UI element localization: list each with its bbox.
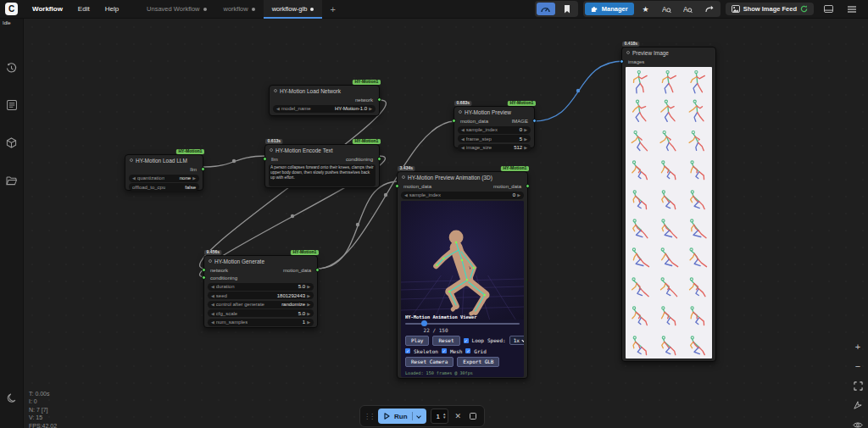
node-hy-motion-generate[interactable]: 9.456s HY-Motion1 HY-Motion Generate net… bbox=[203, 255, 318, 328]
comfyui-logo[interactable]: C bbox=[5, 3, 18, 15]
gpu-monitor-button[interactable] bbox=[537, 3, 555, 15]
3d-viewport[interactable] bbox=[401, 201, 524, 320]
link-dot[interactable] bbox=[232, 159, 236, 163]
node-preview-image[interactable]: 0.418s Preview Image images bbox=[621, 47, 716, 362]
prev-arrow-icon[interactable]: ◀ bbox=[276, 106, 280, 111]
input-port-llm[interactable] bbox=[263, 157, 267, 161]
prev-arrow-icon[interactable]: ◀ bbox=[461, 136, 465, 142]
prev-arrow-icon[interactable]: ◀ bbox=[461, 145, 465, 150]
frame-slider[interactable] bbox=[405, 320, 520, 327]
mesh-checkbox[interactable]: ✓ bbox=[442, 348, 447, 353]
prev-arrow-icon[interactable]: ◀ bbox=[211, 302, 214, 307]
theme-toggle-button[interactable] bbox=[3, 390, 20, 407]
settings-button[interactable] bbox=[3, 424, 20, 428]
output-port-llm[interactable] bbox=[201, 167, 205, 171]
next-arrow-icon[interactable]: ▶ bbox=[524, 136, 527, 142]
node-hy-motion-preview-animation-3d[interactable]: 3.434s HY-Motion1 HY-Motion Preview Anim… bbox=[397, 171, 528, 379]
output-port-conditioning[interactable] bbox=[377, 157, 381, 161]
input-port-conditioning[interactable] bbox=[202, 275, 206, 280]
link-dot[interactable] bbox=[384, 193, 387, 197]
batch-count-input[interactable]: 1 ▲▼ bbox=[431, 409, 449, 424]
collapse-dot[interactable] bbox=[130, 158, 133, 162]
play-button[interactable]: Play bbox=[405, 336, 429, 346]
node-hy-motion-preview[interactable]: 0.683s HY-Motion1 HY-Motion Preview moti… bbox=[453, 106, 535, 148]
node-hy-motion-load-network[interactable]: HY-Motion1 HY-Motion Load Network networ… bbox=[269, 85, 380, 116]
menu-edit[interactable]: Edit bbox=[70, 5, 97, 13]
bottom-panel-toggle-button[interactable] bbox=[819, 3, 837, 15]
link-dot[interactable] bbox=[576, 89, 580, 92]
tab-unsaved-workflow[interactable]: Unsaved Workflow bbox=[138, 0, 214, 19]
next-arrow-icon[interactable]: ▶ bbox=[524, 145, 527, 150]
collapse-dot[interactable] bbox=[402, 175, 405, 179]
skeleton-checkbox[interactable]: ✓ bbox=[405, 348, 410, 353]
prev-arrow-icon[interactable]: ◀ bbox=[211, 320, 214, 325]
menu-help[interactable]: Help bbox=[97, 5, 126, 13]
clear-queue-button[interactable]: ✕ bbox=[453, 412, 463, 420]
fit-view-button[interactable] bbox=[852, 380, 864, 392]
reset-camera-button[interactable]: Reset Camera bbox=[405, 357, 453, 367]
next-arrow-icon[interactable]: ▶ bbox=[369, 106, 372, 111]
prompt-textarea[interactable]: A person collapses forward onto their kn… bbox=[269, 164, 376, 186]
widget-num-samples[interactable]: ◀ num_samples 1 ▶ bbox=[208, 319, 314, 326]
sidebar-item-node-library[interactable] bbox=[3, 134, 20, 151]
sidebar-item-workflows[interactable] bbox=[3, 172, 20, 189]
link-dot[interactable] bbox=[291, 214, 294, 218]
chevron-down-icon[interactable] bbox=[416, 414, 421, 419]
next-arrow-icon[interactable]: ▶ bbox=[307, 320, 310, 325]
widget-duration[interactable]: ◀ duration 5.0 ▶ bbox=[208, 283, 314, 291]
count-steppers[interactable]: ▲▼ bbox=[442, 413, 446, 420]
zoom-out-button[interactable]: − bbox=[852, 360, 864, 372]
menu-workflow[interactable]: Workflow bbox=[25, 5, 70, 13]
new-tab-button[interactable]: + bbox=[322, 4, 342, 14]
share-button[interactable] bbox=[700, 3, 719, 15]
sidebar-item-history[interactable] bbox=[3, 59, 20, 76]
node-hy-motion-load-llm[interactable]: HY-Motion1 HY-Motion Load LLM llm ◀ quan… bbox=[125, 154, 203, 191]
output-port-motion-data[interactable] bbox=[526, 184, 530, 188]
run-button[interactable]: Run bbox=[378, 409, 426, 424]
select-mode-button[interactable] bbox=[852, 399, 864, 411]
input-port-network[interactable] bbox=[202, 268, 206, 272]
custom-nodes-search-button[interactable]: A bbox=[658, 3, 676, 15]
prev-arrow-icon[interactable]: ◀ bbox=[404, 192, 408, 197]
bookmark-button[interactable] bbox=[558, 3, 576, 15]
prev-arrow-icon[interactable]: ◀ bbox=[211, 293, 214, 298]
widget-offload-to-cpu[interactable]: offload_to_cpu false bbox=[129, 183, 199, 191]
prev-arrow-icon[interactable]: ◀ bbox=[461, 127, 465, 132]
models-search-button[interactable]: A bbox=[679, 3, 698, 15]
tab-workflow[interactable]: workflow bbox=[215, 0, 264, 19]
output-port-network[interactable] bbox=[377, 97, 381, 102]
widget-cfg-scale[interactable]: ◀ cfg_scale 5.0 ▶ bbox=[208, 309, 314, 317]
widget-sample-index[interactable]: ◀ sample_index 0 ▶ bbox=[401, 192, 524, 199]
link-dot[interactable] bbox=[356, 223, 359, 226]
widget-image-size[interactable]: ◀ image_size 512 ▶ bbox=[458, 144, 531, 152]
widget-seed[interactable]: ◀ seed 1801292443 ▶ bbox=[208, 292, 314, 299]
widget-frame-step[interactable]: ◀ frame_step 5 ▶ bbox=[458, 135, 531, 142]
favorites-button[interactable]: ★ bbox=[637, 3, 655, 15]
zoom-in-button[interactable]: + bbox=[852, 341, 864, 353]
next-arrow-icon[interactable]: ▶ bbox=[307, 284, 310, 289]
export-glb-button[interactable]: Export GLB bbox=[457, 357, 499, 367]
next-arrow-icon[interactable]: ▶ bbox=[517, 192, 520, 197]
output-port-motion-data[interactable] bbox=[315, 268, 320, 272]
input-port-images[interactable] bbox=[620, 59, 624, 64]
reset-button[interactable]: Reset bbox=[432, 336, 459, 346]
input-port-motion-data[interactable] bbox=[395, 184, 399, 188]
stop-button[interactable] bbox=[470, 413, 476, 420]
widget-model-name[interactable]: ◀ model_name HY-Motion-1.0 ▶ bbox=[273, 105, 376, 113]
manager-button[interactable]: Manager bbox=[585, 3, 634, 15]
drag-handle[interactable]: ⋮⋮ bbox=[364, 413, 374, 420]
widget-sample-index[interactable]: ◀ sample_index 0 ▶ bbox=[458, 126, 531, 134]
next-arrow-icon[interactable]: ▶ bbox=[192, 175, 196, 181]
loop-checkbox[interactable]: ✓ bbox=[464, 338, 469, 343]
menu-toggle-button[interactable] bbox=[843, 3, 861, 15]
node-hy-motion-encode-text[interactable]: 0.613s HY-Motion1 HY-Motion Encode Text … bbox=[264, 144, 380, 188]
show-image-feed-button[interactable]: Show Image Feed bbox=[726, 3, 814, 15]
slider-thumb[interactable] bbox=[421, 320, 427, 326]
next-arrow-icon[interactable]: ▶ bbox=[307, 293, 310, 298]
speed-select[interactable]: 1x bbox=[509, 336, 524, 345]
tab-workflow-glb[interactable]: workflow-glb bbox=[264, 0, 323, 19]
next-arrow-icon[interactable]: ▶ bbox=[307, 302, 310, 307]
widget-quantization[interactable]: ◀ quantization none ▶ bbox=[129, 175, 199, 182]
input-port-motion-data[interactable] bbox=[452, 119, 456, 123]
grid-checkbox[interactable]: ✓ bbox=[465, 348, 470, 353]
